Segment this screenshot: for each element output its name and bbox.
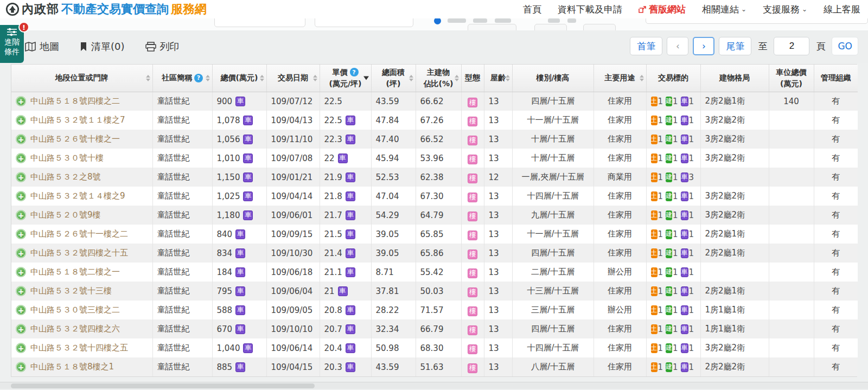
scrollbar-thumb[interactable] xyxy=(11,383,315,388)
main-building-ratio: 65.86 xyxy=(416,244,461,263)
address-link[interactable]: 中山路５３２號１４樓之9 xyxy=(30,191,125,201)
expand-row-button[interactable]: + xyxy=(16,172,26,182)
building-badge: 建 xyxy=(666,210,672,220)
expand-row-button[interactable]: + xyxy=(16,267,26,277)
nav-online-service[interactable]: 線上客服 xyxy=(824,3,860,16)
address-link[interactable]: 中山路５３２號四樓之十五 xyxy=(30,248,128,258)
sort-arrows-icon[interactable] xyxy=(455,75,459,81)
expand-row-button[interactable]: + xyxy=(16,343,26,353)
car-included-badge: 車 xyxy=(346,305,355,315)
building-type-cell: 樓 xyxy=(461,187,484,206)
cutoff-button[interactable] xyxy=(534,24,567,30)
expand-row-button[interactable]: + xyxy=(16,153,26,163)
nav-old-site[interactable]: 舊版網站 xyxy=(639,3,686,16)
expand-row-button[interactable]: + xyxy=(16,96,26,106)
last-page-button[interactable]: 尾筆 xyxy=(719,37,751,55)
nav-home[interactable]: 首頁 xyxy=(523,3,541,16)
sort-arrows-icon[interactable] xyxy=(313,75,317,81)
sort-arrows-icon[interactable] xyxy=(640,75,644,81)
main-usage: 住家用 xyxy=(593,111,646,130)
address-link[interactable]: 中山路５３２號十四樓之五 xyxy=(30,343,128,353)
cutoff-input[interactable] xyxy=(646,18,868,24)
address-link[interactable]: 中山路５３０號十樓 xyxy=(30,153,104,163)
nav-related-links[interactable]: 相關連結⌄ xyxy=(702,3,746,16)
car-included-badge: 車 xyxy=(346,172,355,182)
building-layout: 2房2廳1衛 xyxy=(700,244,769,263)
help-icon[interactable]: ? xyxy=(194,74,203,82)
land-badge: 土 xyxy=(651,324,658,334)
column-header-total[interactable]: 總價(萬元) xyxy=(212,65,266,92)
management-org: 有 xyxy=(814,301,858,319)
main-building-ratio: 65.85 xyxy=(416,225,461,244)
expand-row-button[interactable]: + xyxy=(16,324,26,334)
map-view-button[interactable]: 地圖 xyxy=(25,40,59,53)
expand-row-button[interactable]: + xyxy=(16,191,26,201)
total-price-cell: 900車 xyxy=(212,92,266,111)
column-header-community[interactable]: 社區簡稱? xyxy=(152,65,212,92)
address-link[interactable]: 中山路５２６號十一樓之二 xyxy=(30,229,128,239)
page-number-input[interactable] xyxy=(774,37,809,55)
expand-row-button[interactable]: + xyxy=(16,286,26,296)
column-header-ratio[interactable]: 主建物佔比(%) xyxy=(416,65,461,92)
column-header-address[interactable]: 地段位置或門牌 xyxy=(11,65,152,92)
table-row: +中山路５１８號四樓之二童話世紀900車109/07/1222.543.5966… xyxy=(11,92,858,111)
cutoff-input[interactable] xyxy=(214,18,305,27)
sort-arrows-icon[interactable] xyxy=(506,75,510,81)
expand-row-button[interactable]: + xyxy=(16,248,26,258)
help-icon[interactable]: ? xyxy=(350,68,359,76)
address-link[interactable]: 中山路５３２號１１樓之7 xyxy=(30,115,125,125)
community-name: 童話世紀 xyxy=(152,319,212,338)
building-type-cell: 樓 xyxy=(461,338,484,357)
radio-selected-icon[interactable] xyxy=(434,18,441,24)
building-type-badge: 樓 xyxy=(468,287,477,297)
column-header-age[interactable]: 屋齡 xyxy=(484,65,512,92)
community-name: 童話世紀 xyxy=(152,357,212,376)
nav-download[interactable]: 資料下載及申請 xyxy=(558,3,622,16)
next-page-button[interactable]: › xyxy=(693,37,714,55)
print-button[interactable]: 列印 xyxy=(145,40,180,53)
address-link[interactable]: 中山路５３２號十三樓 xyxy=(30,286,112,296)
address-link[interactable]: 中山路５３２號四樓之六 xyxy=(30,324,120,334)
sort-arrows-icon[interactable] xyxy=(260,75,264,81)
total-price-cell: 1,025車 xyxy=(212,187,266,206)
address-link[interactable]: 中山路５１８號二樓之一 xyxy=(30,267,120,277)
main-usage: 住家用 xyxy=(593,187,646,206)
expand-row-button[interactable]: + xyxy=(16,305,26,315)
prev-page-button[interactable]: ‹ xyxy=(667,37,688,55)
cutoff-input[interactable] xyxy=(315,18,413,27)
address-cell: +中山路５１８號二樓之一 xyxy=(11,263,152,282)
address-link[interactable]: 中山路５３２之8號 xyxy=(30,172,101,182)
expand-row-button[interactable]: + xyxy=(16,115,26,125)
car-badge: 車 xyxy=(681,135,688,144)
sort-arrows-icon[interactable] xyxy=(146,75,150,81)
column-header-usage[interactable]: 主要用途 xyxy=(593,65,646,92)
main-usage: 住家用 xyxy=(593,338,646,357)
address-link[interactable]: 中山路５２６號十樓之一 xyxy=(30,134,120,144)
nav-support[interactable]: 支援服務⌄ xyxy=(763,3,807,16)
sort-arrows-icon[interactable] xyxy=(409,75,413,81)
go-button[interactable]: GO xyxy=(832,37,858,55)
saved-list-button[interactable]: 清單(0) xyxy=(80,40,125,53)
column-header-date[interactable]: 交易日期 xyxy=(266,65,320,92)
address-link[interactable]: 中山路５３０號三樓之二 xyxy=(30,305,120,315)
sort-arrows-icon[interactable] xyxy=(206,75,210,81)
sort-desc-active-icon[interactable] xyxy=(363,76,369,80)
horizontal-scrollbar[interactable] xyxy=(0,382,868,389)
cutoff-button[interactable] xyxy=(468,24,516,30)
site-brand[interactable]: 內政部 不動產交易實價查詢 服務網 xyxy=(5,1,207,17)
expand-row-button[interactable]: + xyxy=(16,229,26,239)
expand-row-button[interactable]: + xyxy=(16,210,26,220)
address-link[interactable]: 中山路５１８號四樓之二 xyxy=(30,96,120,106)
management-org: 有 xyxy=(814,357,858,376)
cutoff-button[interactable] xyxy=(583,24,616,30)
first-page-button[interactable]: 首筆 xyxy=(630,37,662,55)
printer-icon xyxy=(145,42,156,52)
column-header-area[interactable]: 總面積(坪) xyxy=(371,65,416,92)
expand-row-button[interactable]: + xyxy=(16,134,26,144)
site-title-suffix: 服務網 xyxy=(171,1,207,17)
address-link[interactable]: 中山路５１８號8樓之1 xyxy=(30,362,114,372)
address-link[interactable]: 中山路５２０號9樓 xyxy=(30,210,101,220)
expand-row-button[interactable]: + xyxy=(16,362,26,372)
building-layout: 2房2廳1衛 xyxy=(700,225,769,244)
column-header-unit[interactable]: 單價?(萬元/坪) xyxy=(320,65,371,92)
